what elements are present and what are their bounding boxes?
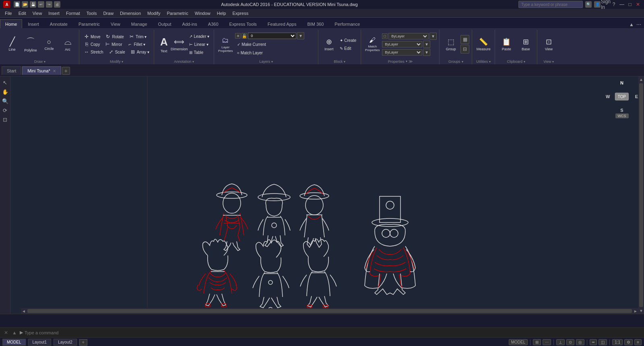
ribbon-menu-btn[interactable]: ⋯: [635, 21, 642, 28]
drawing-canvas[interactable]: Y X Z: [10, 76, 644, 314]
lt-zoom-btn[interactable]: 🔍: [1, 97, 10, 105]
modify-move-button[interactable]: ✛ Move: [82, 33, 102, 40]
menu-draw[interactable]: Draw: [100, 10, 117, 16]
tab-home[interactable]: Home: [0, 19, 22, 28]
tab-output[interactable]: Output: [153, 19, 177, 28]
block-edit-button[interactable]: ✎ Edit: [338, 45, 358, 52]
vertical-scrollbar[interactable]: ▲ ▼: [638, 76, 644, 314]
annotation-text-button[interactable]: A Text: [157, 33, 171, 56]
close-button[interactable]: ✕: [635, 2, 641, 7]
menu-file[interactable]: File: [2, 10, 15, 16]
make-current-button[interactable]: ✓ Make Current: [235, 41, 316, 48]
menu-view[interactable]: View: [29, 10, 45, 16]
annotation-group-chevron[interactable]: ▾: [192, 60, 194, 64]
menu-window[interactable]: Window: [192, 10, 214, 16]
polar-btn[interactable]: ⊙: [566, 339, 574, 345]
layout2-tab[interactable]: Layout2: [54, 339, 77, 346]
draw-polyline-button[interactable]: ⌒ Polyline: [22, 33, 39, 56]
color-dropdown[interactable]: ByLayer: [388, 33, 429, 39]
horizontal-scrollbar[interactable]: ◄ ►: [21, 308, 638, 314]
tab-insert[interactable]: Insert: [23, 19, 44, 28]
doc-tab-minitsuna[interactable]: Mini Tsuna* ✕: [22, 66, 61, 75]
quick-access-redo[interactable]: ↪: [46, 1, 52, 8]
draw-circle-button[interactable]: ○ Circle: [40, 33, 58, 56]
group-button[interactable]: ⬚ Group: [442, 33, 460, 56]
cmd-scroll-up-btn[interactable]: ▲: [11, 329, 18, 336]
compass-top-button[interactable]: TOP: [615, 93, 629, 101]
ribbon-collapse-btn[interactable]: ▲: [628, 21, 635, 28]
modify-trim-button[interactable]: ✂ Trim ▾: [127, 33, 149, 40]
search-icon[interactable]: 🔍: [585, 1, 592, 8]
settings-btn[interactable]: ⚙: [624, 339, 633, 345]
maximize-button[interactable]: □: [627, 2, 633, 7]
menu-format[interactable]: Format: [63, 10, 83, 16]
quick-access-print[interactable]: 🖨: [54, 1, 60, 8]
clipboard-group-chevron[interactable]: ▾: [524, 60, 525, 64]
lt-extents-btn[interactable]: ⊡: [1, 115, 10, 124]
quick-access-open[interactable]: 📂: [22, 1, 28, 8]
search-input[interactable]: [518, 1, 583, 8]
grid-btn[interactable]: ⊞: [533, 339, 541, 345]
minimize-button[interactable]: —: [619, 2, 625, 7]
lt-orbit-btn[interactable]: ⟳: [1, 106, 10, 115]
scroll-left-btn[interactable]: ◄: [21, 309, 27, 313]
annotation-dimension-button[interactable]: ⟺ Dimension: [172, 33, 186, 56]
measure-button[interactable]: 📏 Measure: [475, 33, 492, 56]
draw-line-button[interactable]: ╱ Line: [3, 33, 21, 56]
doc-tab-close-minitsuna[interactable]: ✕: [53, 69, 56, 73]
tab-manage[interactable]: Manage: [126, 19, 153, 28]
modify-scale-button[interactable]: ⤢ Scale: [106, 48, 127, 56]
annotation-leader-button[interactable]: ↗ Leader ▾: [187, 33, 211, 40]
linetype-dropdown[interactable]: ByLayer: [382, 41, 422, 47]
quick-access-save[interactable]: 💾: [30, 1, 36, 8]
doc-tab-start[interactable]: Start: [2, 66, 21, 75]
scroll-down-btn[interactable]: ▼: [638, 308, 644, 314]
doc-tab-add-button[interactable]: +: [62, 67, 70, 75]
layers-group-chevron[interactable]: ▾: [271, 60, 273, 64]
match-layer-button[interactable]: ≈ Match Layer: [235, 49, 316, 56]
tab-bim360[interactable]: BIM 360: [302, 19, 329, 28]
scroll-hthumb[interactable]: [27, 309, 632, 313]
properties-expand-btn[interactable]: ≫: [409, 59, 413, 64]
view-btn[interactable]: ⊡ View: [540, 33, 557, 56]
groups-group-chevron[interactable]: ▾: [462, 60, 463, 64]
sign-in-icon[interactable]: 👤: [594, 1, 601, 8]
tab-view[interactable]: View: [105, 19, 126, 28]
model-tab[interactable]: MODEL: [2, 339, 26, 346]
modify-fillet-button[interactable]: ⌐ Fillet ▾: [125, 41, 147, 48]
transparency-btn[interactable]: ◫: [599, 339, 607, 345]
tab-annotate[interactable]: Annotate: [45, 19, 73, 28]
menu-help[interactable]: Help: [214, 10, 229, 16]
zoom-label[interactable]: 1:1: [612, 339, 623, 345]
modify-group-chevron[interactable]: ▾: [122, 60, 123, 64]
match-properties-button[interactable]: 🖌 Match Properties: [363, 33, 381, 56]
modify-copy-button[interactable]: ⎘ Copy: [82, 41, 102, 48]
linetype-dropdown-btn[interactable]: ▾: [423, 41, 430, 48]
menu-parametric[interactable]: Parametric: [163, 10, 191, 16]
draw-group-chevron[interactable]: ▾: [44, 60, 45, 64]
paste-button[interactable]: 📋 Paste: [497, 33, 515, 56]
layer-dropdown[interactable]: 0: [248, 33, 296, 39]
tab-express[interactable]: Express Tools: [224, 19, 262, 28]
tab-addins[interactable]: Add-ins: [177, 19, 202, 28]
color-dropdown-btn[interactable]: ▾: [429, 33, 437, 40]
cmd-close-btn[interactable]: ✕: [2, 329, 10, 336]
block-group-chevron[interactable]: ▾: [344, 60, 345, 64]
tab-featured[interactable]: Featured Apps: [262, 19, 302, 28]
command-input[interactable]: [25, 330, 642, 335]
menu-dimension[interactable]: Dimension: [117, 10, 144, 16]
menu-edit[interactable]: Edit: [15, 10, 29, 16]
tab-parametric[interactable]: Parametric: [73, 19, 105, 28]
layer-properties-button[interactable]: 🗂 Layer Properties: [217, 33, 234, 56]
draw-arc-button[interactable]: ⌓ Arc: [59, 33, 76, 56]
utilities-group-chevron[interactable]: ▾: [489, 60, 491, 64]
menu-insert[interactable]: Insert: [45, 10, 63, 16]
customization-btn[interactable]: ≡: [634, 339, 642, 345]
osnap-btn[interactable]: ◎: [576, 339, 584, 345]
snap-btn[interactable]: ⋅⋅⋅: [543, 339, 551, 345]
lineweight-dropdown-btn[interactable]: ▾: [423, 49, 430, 56]
lt-pan-btn[interactable]: ✋: [1, 87, 10, 96]
quick-access-undo[interactable]: ↩: [38, 1, 44, 8]
modify-array-button[interactable]: ⊞ Array ▾: [128, 48, 152, 56]
menu-tools[interactable]: Tools: [83, 10, 100, 16]
